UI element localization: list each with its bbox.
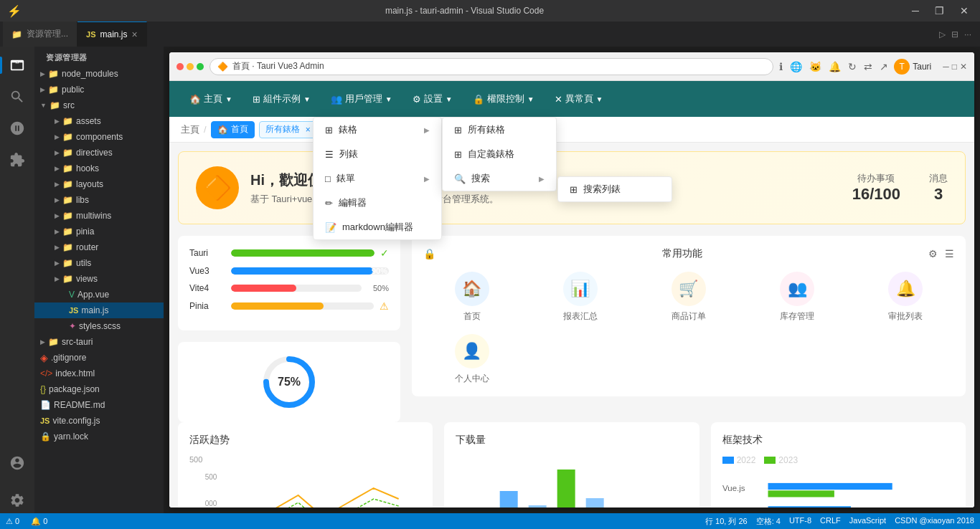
dropdown-form[interactable]: □ 錶單 ▶ — [314, 166, 441, 191]
func-shop[interactable]: 🛒 商品订单 — [640, 272, 737, 323]
user-avatar: T — [894, 59, 910, 75]
maximize-button[interactable]: ❐ — [930, 4, 948, 18]
close-button[interactable]: ✕ — [956, 4, 973, 18]
tree-yarn-lock[interactable]: 🔒 yarn.lock — [34, 429, 164, 444]
dropdown-list[interactable]: ☰ 列錶 — [314, 142, 441, 166]
tree-multiwins[interactable]: ▶ 📁 multiwins — [34, 208, 164, 224]
status-branding: CSDN @xiaoyan 2018 — [895, 516, 974, 527]
tree-directives[interactable]: ▶ 📁 directives — [34, 145, 164, 161]
activity-account[interactable] — [4, 450, 30, 476]
nav-permissions[interactable]: 🔒 權限控制 ▼ — [464, 88, 543, 110]
more-icon[interactable]: ··· — [964, 29, 971, 39]
tree-public[interactable]: ▶ 📁 public — [34, 82, 164, 97]
breadcrumb-all-tables-close[interactable]: × — [306, 125, 311, 135]
breadcrumb-home-icon: 🏠 — [217, 125, 228, 135]
tree-components[interactable]: ▶ 📁 components — [34, 129, 164, 145]
status-errors: 🔔 0 — [31, 517, 47, 526]
activity-explorer[interactable] — [4, 52, 30, 78]
sub-custom-tables[interactable]: ⊞ 自定義錶格 — [443, 142, 556, 166]
stats-card: Tauri ✓ Vue3 — [178, 236, 400, 330]
dropdown-editor[interactable]: ✏ 編輯器 — [314, 191, 441, 215]
activity-settings[interactable] — [4, 487, 30, 513]
tree-gitignore[interactable]: ◈ .gitignore — [34, 350, 164, 366]
tree-index-html[interactable]: </> index.html — [34, 366, 164, 381]
tree-assets[interactable]: ▶ 📁 assets — [34, 113, 164, 129]
tab-main-js[interactable]: JS main.js × — [77, 22, 147, 47]
tree-node-modules[interactable]: ▶ 📁 node_modules — [34, 66, 164, 82]
stat-vue3: Vue3 90% — [189, 266, 389, 276]
exceptions-nav-icon: ✕ — [555, 94, 562, 105]
globe-icon[interactable]: 🌐 — [790, 61, 802, 72]
nav-users[interactable]: 👥 用戶管理 ▼ — [322, 88, 401, 110]
tree-package-json[interactable]: {} package.json — [34, 381, 164, 397]
breadcrumb-home[interactable]: 🏠 首頁 — [211, 121, 255, 138]
activity-git[interactable] — [4, 115, 30, 141]
tab-close-icon[interactable]: × — [132, 29, 138, 40]
win-minimize-icon[interactable]: ─ — [943, 62, 949, 72]
tree-utils[interactable]: ▶ 📁 utils — [34, 255, 164, 271]
activity-search[interactable] — [4, 84, 30, 110]
tree-vite-config[interactable]: JS vite.config.js — [34, 413, 164, 429]
win-maximize-icon[interactable]: □ — [952, 62, 957, 72]
dropdown-table[interactable]: ⊞ 錶格 ▶ — [314, 118, 441, 142]
dropdown-markdown[interactable]: 📝 markdown編輯器 — [314, 215, 441, 239]
refresh-icon[interactable]: ↻ — [848, 61, 857, 72]
tree-libs[interactable]: ▶ 📁 libs — [34, 192, 164, 208]
breadcrumb-all-tables[interactable]: 所有錶格 × — [259, 121, 317, 138]
nav-home[interactable]: 🏠 主頁 ▼ — [181, 88, 241, 110]
close-dot[interactable] — [176, 63, 184, 70]
tree-pinia[interactable]: ▶ 📁 pinia — [34, 224, 164, 239]
minimize-dot[interactable] — [187, 63, 194, 70]
func-report[interactable]: 📊 报表汇总 — [532, 272, 628, 323]
sub-search[interactable]: 🔍 搜索 ▶ — [443, 166, 556, 191]
nav-components[interactable]: ⊞ 組件示例 ▼ — [244, 88, 319, 110]
tree-views[interactable]: ▶ 📁 views — [34, 271, 164, 287]
menu-card-icon[interactable]: ☰ — [945, 248, 954, 259]
func-warehouse[interactable]: 👥 库存管理 — [749, 272, 846, 323]
tab-explorer[interactable]: 📁 资源管理... — [3, 22, 77, 47]
tree-readme[interactable]: 📄 README.md — [34, 397, 164, 413]
left-column: Tauri ✓ Vue3 — [178, 236, 400, 422]
tree-router[interactable]: ▶ 📁 router — [34, 239, 164, 255]
tree-src-tauri[interactable]: ▶ 📁 src-tauri — [34, 334, 164, 350]
share-icon[interactable]: ↗ — [880, 61, 888, 72]
maximize-dot[interactable] — [197, 63, 204, 70]
download-title: 下载量 — [456, 434, 687, 447]
func-profile[interactable]: 👤 个人中心 — [423, 334, 520, 385]
common-functions-title: 常用功能 — [662, 247, 702, 260]
info-icon[interactable]: ℹ — [779, 61, 783, 72]
split-icon[interactable]: ⊟ — [951, 29, 958, 39]
minimize-button[interactable]: ─ — [908, 4, 923, 18]
tree-hooks[interactable]: ▶ 📁 hooks — [34, 161, 164, 176]
bell-icon[interactable]: 🔔 — [829, 61, 841, 72]
github-icon[interactable]: 🐱 — [809, 61, 821, 72]
nav-exceptions[interactable]: ✕ 異常頁 ▼ — [546, 88, 612, 110]
trend-y-500-top: 500 — [189, 455, 202, 464]
tab-explorer-icon: 📁 — [11, 29, 22, 39]
func-home[interactable]: 🏠 首页 — [423, 272, 520, 323]
nav-settings[interactable]: ⚙ 設置 ▼ — [404, 88, 461, 110]
activity-extensions[interactable] — [4, 147, 30, 173]
tree-styles-scss[interactable]: ✦ styles.scss — [34, 318, 164, 334]
tech-legend: 2022 2023 — [722, 455, 954, 465]
tree-src[interactable]: ▼ 📁 src — [34, 97, 164, 113]
svg-rect-7 — [557, 470, 575, 507]
browser-url-bar[interactable]: 🔶 首頁 · Tauri Vue3 Admin — [209, 58, 773, 75]
tree-layouts[interactable]: ▶ 📁 layouts — [34, 176, 164, 192]
tree-app-vue[interactable]: V App.vue — [34, 287, 164, 302]
func-audit[interactable]: 🔔 审批列表 — [857, 272, 954, 323]
sub-all-tables[interactable]: ⊞ 所有錶格 — [443, 118, 556, 142]
users-nav-label: 用戶管理 — [345, 92, 382, 105]
settings-card-icon[interactable]: ⚙ — [928, 248, 938, 259]
trend-title: 活跃趋势 — [189, 434, 421, 447]
tree-main-js[interactable]: JS main.js — [34, 302, 164, 318]
win-close-icon[interactable]: ✕ — [960, 62, 967, 72]
arrows-icon[interactable]: ⇄ — [864, 61, 872, 72]
sub-search-list[interactable]: ⊞ 搜索列錶 — [558, 177, 672, 201]
two-column-layout: Tauri ✓ Vue3 — [178, 236, 966, 422]
bottom-charts-row: 活跃趋势 500 500 000 500 — [178, 422, 966, 507]
users-nav-icon: 👥 — [331, 94, 342, 105]
search-list-icon: ⊞ — [570, 184, 578, 195]
run-icon[interactable]: ▷ — [939, 29, 946, 39]
user-profile[interactable]: T Tauri — [894, 59, 931, 75]
